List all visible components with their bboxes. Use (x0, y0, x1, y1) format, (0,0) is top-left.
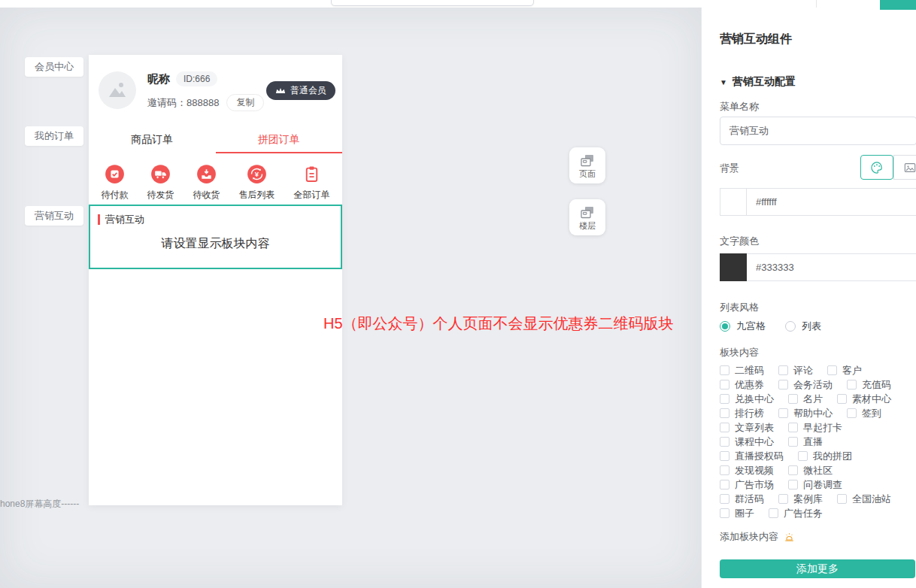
checkbox-icon[interactable] (720, 437, 729, 447)
checkbox-ad-market[interactable]: 广告市场 (720, 478, 774, 492)
add-more-button[interactable]: 添加更多 (720, 559, 915, 578)
page-layers-button[interactable]: 页面 (569, 147, 605, 183)
background-image-mode-button[interactable] (893, 155, 916, 180)
member-level-label: 普通会员 (290, 84, 326, 97)
canvas-tag-member-center[interactable]: 会员中心 (25, 57, 83, 77)
radio-unselected-icon[interactable] (785, 321, 796, 332)
member-level-badge[interactable]: 普通会员 (266, 81, 335, 100)
checkbox-icon[interactable] (847, 408, 857, 418)
checkbox-icon[interactable] (720, 480, 729, 489)
checkbox-exchange-center[interactable]: 兑换中心 (720, 393, 774, 406)
checkbox-icon[interactable] (827, 365, 837, 375)
checkbox-icon[interactable] (778, 365, 788, 375)
checkbox-case-library[interactable]: 案例库 (778, 493, 823, 506)
radio-grid-style[interactable]: 九宫格 (720, 320, 766, 333)
checkbox-customers[interactable]: 客户 (827, 364, 862, 377)
order-item-label: 售后列表 (239, 189, 275, 202)
checkbox-discover-video[interactable]: 发现视频 (720, 464, 774, 477)
floor-layers-button[interactable]: 楼层 (569, 199, 605, 235)
checkbox-my-groupbuy[interactable]: 我的拼团 (798, 450, 852, 463)
checkbox-icon[interactable] (778, 494, 788, 504)
checkbox-icon[interactable] (769, 508, 778, 518)
order-item-pending-shipment[interactable]: 待发货 (147, 164, 174, 202)
tab-product-orders[interactable]: 商品订单 (89, 128, 216, 153)
checkbox-conference[interactable]: 会务活动 (778, 378, 833, 392)
config-section-header[interactable]: ▼ 营销互动配置 (720, 75, 796, 89)
checkbox-ad-task[interactable]: 广告任务 (769, 507, 823, 520)
checkbox-icon[interactable] (720, 408, 729, 418)
radio-selected-icon[interactable] (720, 321, 730, 332)
screen-height-note: hone8屏幕高度------ (0, 498, 79, 511)
checkbox-icon[interactable] (720, 423, 729, 432)
order-item-pending-receipt[interactable]: 待收货 (193, 164, 220, 202)
checkbox-icon[interactable] (788, 437, 798, 447)
checkbox-icon[interactable] (788, 480, 798, 489)
checkbox-icon[interactable] (788, 394, 798, 404)
checkbox-material-center[interactable]: 素材中心 (837, 393, 891, 406)
config-section-title: 营销互动配置 (732, 75, 796, 89)
checkbox-icon[interactable] (788, 423, 798, 432)
crown-icon (275, 86, 286, 95)
checkbox-checkin[interactable]: 签到 (847, 407, 881, 420)
tab-group-orders[interactable]: 拼团订单 (216, 128, 343, 153)
checkbox-icon[interactable] (720, 494, 729, 504)
checkbox-row: 发现视频 微社区 (720, 463, 916, 477)
checkbox-recharge-code[interactable]: 充值码 (847, 378, 891, 392)
marketing-block-selected[interactable]: 营销互动 请设置显示板块内容 (89, 205, 342, 269)
checkbox-early-rise[interactable]: 早起打卡 (788, 421, 842, 435)
checkbox-course-center[interactable]: 课程中心 (720, 435, 774, 449)
topbar-search-input[interactable] (331, 0, 534, 6)
checkbox-icon[interactable] (720, 380, 729, 389)
checkbox-micro-community[interactable]: 微社区 (788, 464, 833, 477)
checkbox-questionnaire[interactable]: 问卷调查 (788, 478, 842, 492)
order-item-after-sales[interactable]: ¥ 售后列表 (239, 164, 275, 202)
background-color-input[interactable] (747, 188, 916, 216)
checkbox-label: 名片 (803, 393, 823, 406)
checkbox-gas-station[interactable]: 全国油站 (837, 493, 891, 506)
checkbox-help-center[interactable]: 帮助中心 (778, 407, 833, 420)
checkbox-icon[interactable] (798, 451, 808, 461)
checkbox-ranking[interactable]: 排行榜 (720, 407, 764, 420)
checkbox-live[interactable]: 直播 (788, 435, 823, 449)
checkbox-label: 直播授权码 (735, 450, 784, 463)
canvas-tag-marketing[interactable]: 营销互动 (25, 206, 83, 226)
checkbox-live-auth-code[interactable]: 直播授权码 (720, 450, 784, 463)
checkbox-label: 群活码 (735, 493, 764, 506)
text-color-swatch[interactable] (720, 253, 747, 281)
checkbox-icon[interactable] (837, 494, 847, 504)
h5-note-annotation: H5（即公众号）个人页面不会显示优惠券二维码版块 (323, 314, 674, 334)
checkbox-comments[interactable]: 评论 (778, 364, 813, 377)
copy-button[interactable]: 复制 (226, 94, 264, 111)
topbar-primary-button[interactable] (880, 0, 916, 10)
checkbox-article-list[interactable]: 文章列表 (720, 421, 774, 435)
checkbox-icon[interactable] (720, 365, 729, 375)
order-item-all-orders[interactable]: 全部订单 (294, 164, 330, 202)
text-color-input[interactable] (747, 253, 916, 281)
radio-list-style[interactable]: 列表 (785, 320, 821, 333)
menu-name-input[interactable] (720, 117, 916, 145)
checkbox-icon[interactable] (720, 451, 729, 461)
checkbox-icon[interactable] (720, 465, 729, 475)
background-color-swatch[interactable] (720, 188, 747, 216)
checkbox-icon[interactable] (788, 465, 798, 475)
background-color-mode-button[interactable] (860, 155, 893, 180)
checkbox-coupons[interactable]: 优惠券 (720, 378, 764, 392)
checkbox-icon[interactable] (720, 394, 729, 404)
order-item-pending-payment[interactable]: 待付款 (102, 164, 129, 202)
checkbox-row: 优惠券 会务活动 充值码 (720, 377, 916, 392)
alarm-icon[interactable] (783, 531, 796, 544)
checkbox-icon[interactable] (778, 408, 788, 418)
checkbox-icon[interactable] (720, 508, 729, 518)
checkbox-group-live-code[interactable]: 群活码 (720, 493, 764, 506)
checkbox-business-card[interactable]: 名片 (788, 393, 823, 406)
canvas-tag-my-orders[interactable]: 我的订单 (25, 126, 83, 146)
checkbox-label: 早起打卡 (803, 421, 842, 435)
checkbox-icon[interactable] (847, 380, 857, 389)
member-profile-card: 昵称 ID:666 邀请码：888888 复制 普通会员 (89, 55, 342, 128)
checkbox-label: 案例库 (793, 493, 823, 506)
checkbox-qrcode[interactable]: 二维码 (720, 364, 764, 377)
checkbox-circle[interactable]: 圈子 (720, 507, 754, 520)
checkbox-icon[interactable] (778, 380, 788, 389)
list-style-label: 列表风格 (720, 301, 759, 314)
checkbox-icon[interactable] (837, 394, 847, 404)
